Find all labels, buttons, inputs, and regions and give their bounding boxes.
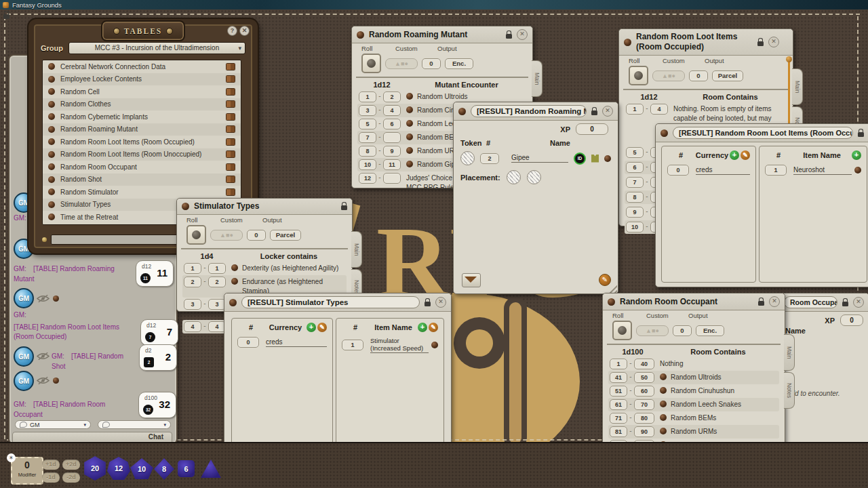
close-icon[interactable] — [517, 29, 528, 40]
record-bullet-icon[interactable] — [229, 299, 237, 306]
modifier-star-icon[interactable] — [7, 453, 16, 462]
send-to-chat-button[interactable] — [462, 273, 481, 287]
tab-main[interactable]: Main — [792, 68, 803, 105]
chat-input-tab[interactable]: Chat — [12, 432, 172, 443]
eye-slash-icon[interactable] — [37, 294, 50, 303]
output-mode-chip[interactable]: Parcel — [712, 70, 743, 81]
remove-two-dice-button[interactable]: -2d — [62, 472, 80, 483]
list-item[interactable]: Cerebral Network Connection Data — [43, 60, 241, 73]
die-d4[interactable] — [201, 460, 221, 478]
add-icon[interactable] — [730, 150, 739, 160]
desktop-lock-icon[interactable] — [3, 12, 9, 19]
lock-icon[interactable] — [425, 302, 431, 306]
custom-modifier-chip[interactable]: 0 — [673, 325, 692, 336]
custom-modifier-chip[interactable]: 0 — [247, 230, 266, 241]
custom-shapes-toggle[interactable]: ▲■● — [636, 325, 669, 336]
record-bullet-icon[interactable] — [660, 401, 667, 407]
record-bullet-icon[interactable] — [608, 298, 615, 306]
record-bullet-icon[interactable] — [458, 108, 466, 115]
tables-plaque[interactable]: TABLES — [101, 20, 185, 41]
record-bullet-icon[interactable] — [431, 342, 438, 348]
die-d12[interactable]: 12 — [107, 457, 130, 480]
dice-result-card[interactable]: d12 7 7 — [140, 319, 178, 346]
window-title-field[interactable]: Room Occupant — [784, 296, 837, 308]
lock-icon[interactable] — [757, 41, 764, 46]
tab-main[interactable]: Main — [532, 60, 542, 97]
lock-icon[interactable] — [758, 301, 764, 306]
scrollbar-anchor-icon[interactable] — [786, 56, 792, 62]
record-bullet-icon[interactable] — [660, 373, 667, 380]
die-d20[interactable]: 20 — [83, 456, 107, 481]
help-icon[interactable]: ? — [227, 26, 237, 36]
token-image[interactable] — [460, 151, 475, 165]
tab-notes[interactable]: Notes — [784, 372, 795, 409]
die-d10[interactable]: 10 — [130, 458, 153, 479]
remove-one-die-button[interactable]: -1d — [42, 472, 60, 483]
list-item[interactable]: Employee Locker Contents — [43, 73, 241, 86]
record-bullet-icon[interactable] — [854, 167, 861, 174]
list-item[interactable]: Random Room Loot Items (Room Unoccupied) — [43, 148, 241, 161]
record-bullet-icon[interactable] — [660, 387, 667, 394]
record-bullet-icon[interactable] — [231, 278, 238, 285]
edit-icon[interactable] — [741, 150, 750, 160]
book-icon[interactable] — [226, 63, 235, 70]
tab-main[interactable]: Main — [784, 334, 795, 371]
record-bullet-icon[interactable] — [406, 120, 413, 127]
window-title-field[interactable]: [RESULT] Stimulator Types — [241, 296, 420, 308]
placement-token[interactable] — [527, 170, 541, 184]
group-dropdown[interactable]: MCC #3 - Incursion of the Ultradimension — [68, 42, 245, 54]
roll-die-button[interactable] — [186, 225, 206, 245]
record-bullet-icon[interactable] — [660, 414, 667, 421]
close-icon[interactable] — [602, 106, 613, 117]
record-bullet-icon[interactable] — [231, 264, 238, 271]
lock-icon[interactable] — [341, 205, 347, 210]
record-bullet-icon[interactable] — [182, 203, 189, 210]
npc-name[interactable]: Gipee — [511, 154, 568, 163]
custom-shapes-toggle[interactable]: ▲■● — [385, 58, 418, 69]
custom-shapes-toggle[interactable]: ▲■● — [652, 70, 685, 81]
chat-link-bullet[interactable] — [53, 378, 59, 384]
list-item[interactable]: Random Cell — [43, 85, 241, 98]
placement-token[interactable] — [507, 170, 521, 184]
book-icon[interactable] — [226, 163, 235, 171]
list-item[interactable]: Random Stimulator — [43, 186, 241, 199]
close-icon[interactable] — [853, 297, 864, 308]
add-icon[interactable] — [418, 323, 427, 332]
eye-slash-icon[interactable] — [37, 352, 50, 361]
add-two-dice-button[interactable]: +2d — [62, 460, 80, 470]
armor-icon[interactable] — [591, 155, 599, 163]
npc-count[interactable]: 2 — [480, 153, 499, 164]
die-d8[interactable]: 8 — [154, 458, 174, 480]
record-bullet-icon[interactable] — [406, 134, 413, 140]
list-item[interactable]: Random Cybernetic Implants — [43, 110, 241, 123]
dice-result-card[interactable]: d2 2 2 — [139, 344, 177, 371]
record-bullet-icon[interactable] — [406, 106, 413, 113]
book-icon[interactable] — [226, 100, 235, 108]
lock-icon[interactable] — [506, 34, 512, 39]
edit-icon[interactable] — [429, 323, 438, 332]
output-mode-chip[interactable]: Enc. — [445, 58, 473, 69]
lock-icon[interactable] — [858, 132, 864, 137]
edit-icon[interactable] — [317, 323, 327, 332]
window-title-field[interactable]: [RESULT] Random Roaming Mutant — [471, 105, 587, 117]
custom-modifier-chip[interactable]: 0 — [422, 58, 441, 69]
id-badge[interactable]: ID — [574, 152, 586, 165]
record-bullet-icon[interactable] — [624, 39, 631, 46]
eye-slash-icon[interactable] — [37, 376, 50, 385]
roll-die-button[interactable] — [612, 321, 632, 340]
book-icon[interactable] — [226, 150, 235, 158]
lock-icon[interactable] — [842, 302, 848, 306]
book-icon[interactable] — [226, 113, 235, 121]
close-icon[interactable] — [768, 37, 779, 47]
output-mode-chip[interactable]: Parcel — [270, 230, 301, 241]
xp-value[interactable]: 0 — [576, 123, 608, 135]
edit-pencil-button[interactable] — [599, 274, 611, 286]
custom-modifier-chip[interactable]: 0 — [689, 70, 708, 81]
die-d6[interactable]: 6 — [178, 460, 195, 477]
add-icon[interactable] — [852, 150, 861, 160]
book-icon[interactable] — [226, 176, 235, 183]
list-item[interactable]: Random Shot — [43, 174, 241, 186]
list-item[interactable]: Random Room Occupant — [43, 161, 241, 174]
xp-value[interactable]: 0 — [840, 314, 863, 326]
tab-main[interactable]: Main — [351, 231, 362, 268]
